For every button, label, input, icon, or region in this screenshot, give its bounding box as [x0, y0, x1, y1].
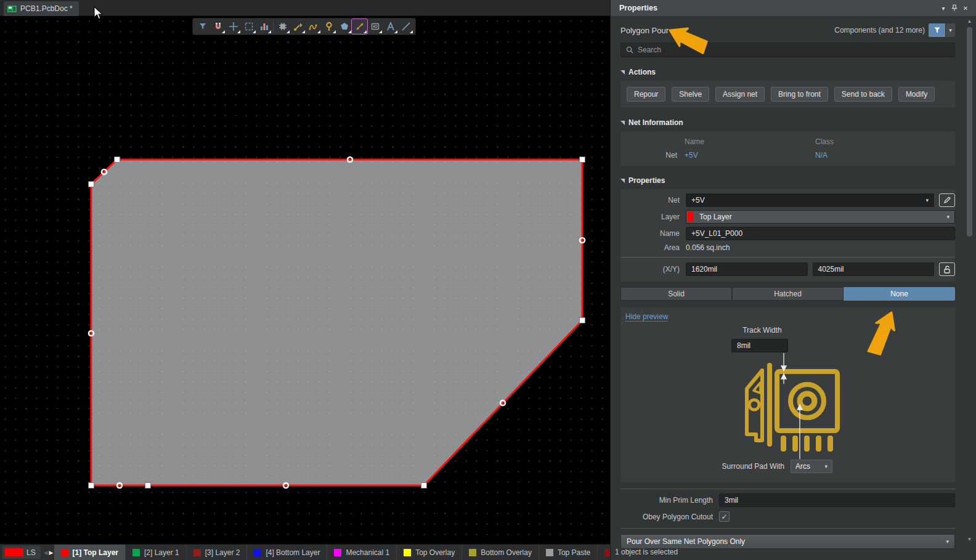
selection-box-icon[interactable] — [241, 19, 256, 34]
actions-group: Repour Shelve Assign net Bring to front … — [620, 81, 955, 108]
interactive-tune-icon[interactable] — [306, 19, 321, 34]
pour-over-select[interactable]: Pour Over Same Net Polygons Only▾ — [620, 534, 955, 549]
properties-group: Net +5V▾ Layer Top Layer ▾ — [620, 189, 955, 282]
fill-mode-tabs: Solid Hatched None — [620, 287, 955, 301]
min-prim-input[interactable]: 3mil — [719, 493, 955, 507]
board-insight-icon[interactable] — [256, 19, 272, 34]
layer-tab-layer-1[interactable]: [2] Layer 1 — [126, 545, 187, 560]
layer-tab-label: [3] Layer 2 — [205, 548, 240, 557]
object-type-row: Polygon Pour Components (and 12 more) ▾ — [620, 23, 955, 37]
hide-preview-link[interactable]: Hide preview — [625, 312, 668, 322]
object-filter-dropdown[interactable]: ▾ — [945, 23, 955, 37]
fill-preview-group: Hide preview Track Width 8mil — [620, 307, 955, 482]
net-name-link[interactable]: +5V — [685, 151, 815, 160]
document-tab[interactable]: PCB1.PcbDoc * — [4, 1, 79, 16]
layer-tab-label: [1] Top Layer — [73, 548, 118, 557]
scroll-down-icon[interactable]: ▼ — [966, 537, 973, 543]
layer-set-label: LS — [26, 548, 36, 557]
layer-tab-bottom-paste[interactable]: Bottom Paste — [598, 545, 610, 560]
name-input[interactable]: +5V_L01_P000 — [686, 227, 955, 240]
section-properties[interactable]: Properties — [620, 176, 955, 185]
scrollbar-thumb[interactable] — [967, 27, 972, 237]
edit-net-button[interactable] — [939, 193, 955, 207]
search-input[interactable]: Search — [620, 43, 955, 57]
divider — [620, 257, 955, 258]
layer-field-label: Layer — [620, 213, 680, 221]
shelve-button[interactable]: Shelve — [672, 87, 709, 102]
layer-tab-bottom-layer[interactable]: [4] Bottom Layer — [247, 545, 327, 560]
via-icon[interactable] — [321, 19, 336, 34]
layer-set-button[interactable]: LS — [2, 546, 41, 559]
surround-pad-select[interactable]: Arcs▾ — [791, 460, 832, 473]
bring-to-front-button[interactable]: Bring to front — [771, 87, 828, 102]
surround-pad-label: Surround Pad With — [620, 462, 791, 471]
object-type-label: Polygon Pour — [620, 26, 834, 35]
tab-hatched[interactable]: Hatched — [732, 287, 844, 301]
panel-body: Polygon Pour Components (and 12 more) ▾ … — [611, 16, 976, 560]
net-name-column: Name — [685, 137, 815, 146]
scroll-layers-left-button[interactable]: ◀ — [44, 546, 48, 559]
pour-preview-illustration — [738, 353, 873, 461]
collapse-triangle-icon — [620, 121, 625, 125]
search-placeholder: Search — [638, 46, 661, 54]
net-select[interactable]: +5V▾ — [686, 193, 934, 207]
net-information-group: Name Class Net +5V N/A — [620, 131, 955, 166]
panel-scrollbar[interactable]: ▲ ▼ — [966, 18, 973, 543]
selected-polygon[interactable] — [91, 160, 582, 485]
y-input[interactable]: 4025mil — [813, 262, 935, 276]
layer-tab-label: Bottom Overlay — [481, 548, 532, 557]
pcb-canvas[interactable]: PCB1.PcbDoc * — [0, 0, 610, 560]
tab-none[interactable]: None — [844, 287, 955, 301]
layer-tab-top-paste[interactable]: Top Paste — [539, 545, 598, 560]
scroll-layers-right-button[interactable]: ▶ — [49, 546, 54, 559]
route-icon[interactable] — [290, 19, 306, 34]
layer-tab-label: [4] Bottom Layer — [266, 548, 320, 557]
document-tab-label: PCB1.PcbDoc * — [20, 4, 73, 13]
line-icon[interactable] — [398, 19, 413, 34]
document-tab-strip: PCB1.PcbDoc * — [0, 0, 610, 16]
layer-tab-bottom-overlay[interactable]: Bottom Overlay — [462, 545, 539, 560]
net-field-label[interactable]: Net — [620, 196, 680, 205]
properties-panel: Properties ▾ ✕ Polygon Pour Components (… — [610, 0, 976, 560]
assign-net-button[interactable]: Assign net — [715, 87, 765, 102]
layer-tab-top-layer[interactable]: [1] Top Layer — [54, 545, 126, 560]
panel-menu-icon[interactable]: ▾ — [938, 5, 949, 12]
dimension-icon[interactable] — [352, 19, 367, 34]
modify-button[interactable]: Modify — [898, 87, 935, 102]
active-bar-toolbar — [192, 18, 416, 35]
layer-tabs-bar: LS ◀ ▶ [1] Top Layer [2] Layer 1 [3] Lay… — [0, 544, 610, 560]
pcb-doc-icon — [7, 6, 17, 12]
layer-color-swatch — [604, 549, 610, 556]
component-icon[interactable] — [275, 19, 290, 34]
send-to-back-button[interactable]: Send to back — [834, 87, 892, 102]
text-string-icon[interactable] — [383, 19, 398, 34]
search-icon — [626, 46, 633, 54]
close-icon[interactable]: ✕ — [960, 5, 971, 12]
layer-select[interactable]: Top Layer ▾ — [686, 210, 955, 224]
layer-tab-mechanical-1[interactable]: Mechanical 1 — [327, 545, 397, 560]
object-filter-button[interactable] — [929, 23, 945, 37]
x-input[interactable]: 1620mil — [686, 262, 808, 276]
lock-icon[interactable] — [939, 262, 955, 276]
repour-button[interactable]: Repour — [627, 87, 665, 102]
section-net-information[interactable]: Net Information — [620, 118, 955, 128]
filter-scope-label[interactable]: Components (and 12 more) — [834, 26, 925, 34]
magnet-icon[interactable] — [210, 19, 226, 34]
pin-icon[interactable] — [949, 4, 960, 12]
section-actions[interactable]: Actions — [620, 67, 955, 77]
room-icon[interactable] — [367, 19, 383, 34]
layer-tab-top-overlay[interactable]: Top Overlay — [397, 545, 462, 560]
tab-solid[interactable]: Solid — [620, 287, 732, 301]
snap-cross-icon[interactable] — [226, 19, 241, 34]
filter-icon[interactable] — [195, 19, 210, 34]
layer-color-swatch — [334, 549, 341, 556]
track-width-input[interactable]: 8mil — [731, 339, 788, 352]
panel-title: Properties — [619, 4, 938, 12]
scroll-up-icon[interactable]: ▲ — [966, 18, 973, 25]
layer-tab-layer-2[interactable]: [3] Layer 2 — [187, 545, 248, 560]
polygon-pour-object[interactable] — [0, 0, 610, 560]
obey-cutout-checkbox[interactable]: ✓ — [719, 511, 730, 522]
net-class-link[interactable]: N/A — [815, 151, 955, 160]
polygon-pour-icon[interactable] — [336, 19, 352, 34]
panel-title-bar: Properties ▾ ✕ — [611, 0, 976, 16]
